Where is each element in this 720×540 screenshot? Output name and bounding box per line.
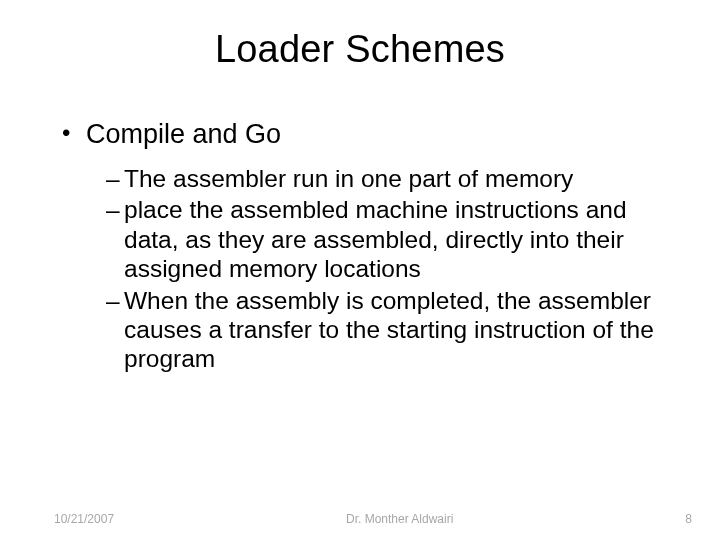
slide-footer: 10/21/2007 Dr. Monther Aldwairi 8 [0, 512, 720, 526]
bullet-level2-item: When the assembly is completed, the asse… [106, 286, 658, 374]
slide: Loader Schemes Compile and Go The assemb… [0, 0, 720, 540]
bullet-level1-text: Compile and Go [86, 119, 281, 149]
bullet-level2-text: When the assembly is completed, the asse… [124, 287, 654, 373]
slide-content: Compile and Go The assembler run in one … [0, 71, 720, 374]
bullet-level2-group: The assembler run in one part of memory … [62, 164, 658, 374]
bullet-level2-text: place the assembled machine instructions… [124, 196, 627, 282]
footer-date: 10/21/2007 [54, 512, 114, 526]
slide-title: Loader Schemes [0, 0, 720, 71]
bullet-level2-text: The assembler run in one part of memory [124, 165, 573, 192]
bullet-level1: Compile and Go [62, 119, 658, 150]
bullet-level2-item: The assembler run in one part of memory [106, 164, 658, 193]
footer-page-number: 8 [685, 512, 692, 526]
bullet-level2-item: place the assembled machine instructions… [106, 195, 658, 283]
footer-author: Dr. Monther Aldwairi [114, 512, 685, 526]
